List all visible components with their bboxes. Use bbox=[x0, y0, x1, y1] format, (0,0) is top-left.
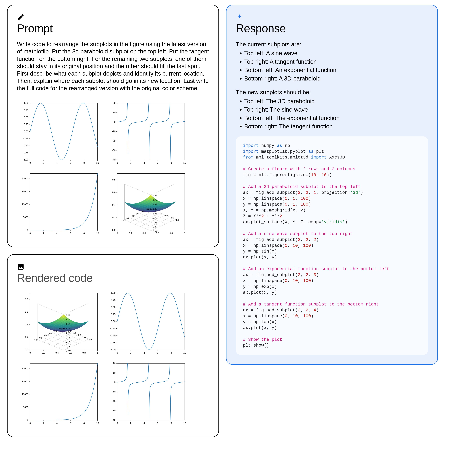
svg-text:-0.50: -0.50 bbox=[23, 144, 28, 147]
pencil-icon bbox=[17, 13, 209, 21]
svg-rect-0 bbox=[30, 103, 98, 160]
svg-text:-10: -10 bbox=[112, 130, 115, 133]
svg-text:-0.50: -0.50 bbox=[110, 334, 115, 337]
prompt-chart-paraboloid: 00.20.40.60.810.00.20.40.60.80.00.20.40.… bbox=[104, 171, 188, 237]
list-item: Top right: A tangent function bbox=[244, 58, 428, 66]
svg-text:1.00: 1.00 bbox=[153, 212, 157, 214]
svg-text:-0.75: -0.75 bbox=[110, 341, 115, 344]
response-new-list: Top left: The 3D paraboloidTop right: Th… bbox=[236, 97, 428, 131]
svg-text:-30: -30 bbox=[112, 409, 115, 412]
response-title: Response bbox=[236, 22, 428, 35]
svg-text:-40: -40 bbox=[112, 159, 115, 161]
svg-text:-40: -40 bbox=[112, 419, 115, 421]
svg-text:8: 8 bbox=[83, 162, 85, 164]
rendered-chart-exp: 024681005000100001500020000 bbox=[17, 360, 100, 427]
svg-text:0.2: 0.2 bbox=[42, 351, 45, 354]
svg-text:1.00: 1.00 bbox=[111, 292, 115, 294]
svg-text:0.75: 0.75 bbox=[153, 217, 157, 219]
svg-text:0.8: 0.8 bbox=[112, 178, 115, 181]
rendered-title: Rendered code bbox=[17, 272, 209, 284]
svg-text:0.8: 0.8 bbox=[25, 298, 28, 301]
svg-text:15000: 15000 bbox=[22, 190, 28, 193]
svg-text:0.0: 0.0 bbox=[146, 208, 149, 210]
svg-text:0.4: 0.4 bbox=[55, 351, 59, 354]
svg-text:0.2: 0.2 bbox=[129, 232, 132, 235]
svg-text:-1.00: -1.00 bbox=[23, 159, 28, 161]
svg-text:0.2: 0.2 bbox=[155, 210, 158, 212]
svg-text:20000: 20000 bbox=[22, 367, 28, 370]
svg-text:1: 1 bbox=[184, 232, 185, 235]
svg-text:0.8: 0.8 bbox=[83, 336, 86, 338]
svg-text:1.50: 1.50 bbox=[153, 203, 157, 205]
svg-text:2.00: 2.00 bbox=[153, 194, 157, 197]
prompt-chart-exp: 024681005000100001500020000 bbox=[17, 171, 100, 237]
svg-text:0.25: 0.25 bbox=[111, 313, 115, 316]
svg-text:0.00: 0.00 bbox=[111, 320, 115, 323]
svg-text:-30: -30 bbox=[112, 149, 115, 152]
svg-text:1.0: 1.0 bbox=[89, 338, 92, 341]
list-item: Top right: The sine wave bbox=[244, 106, 428, 114]
svg-text:10000: 10000 bbox=[22, 203, 28, 205]
svg-text:0.8: 0.8 bbox=[126, 217, 129, 219]
response-current-heading: The current subplots are: bbox=[236, 40, 428, 48]
svg-text:0.0: 0.0 bbox=[112, 229, 115, 231]
svg-text:0.6: 0.6 bbox=[44, 334, 47, 337]
svg-text:0.25: 0.25 bbox=[153, 226, 157, 228]
svg-text:0.50: 0.50 bbox=[24, 116, 28, 119]
rendered-panel: Rendered code 00.20.40.60.810.00.20.40.6… bbox=[7, 254, 219, 437]
svg-text:0.4: 0.4 bbox=[73, 332, 76, 334]
svg-text:0.0: 0.0 bbox=[62, 327, 66, 330]
svg-text:8: 8 bbox=[170, 351, 172, 354]
svg-text:2.00: 2.00 bbox=[66, 314, 70, 316]
prompt-body: Write code to rearrange the subplots in … bbox=[17, 40, 209, 92]
rendered-chart-paraboloid: 00.20.40.60.810.00.20.40.60.80.00.20.40.… bbox=[17, 290, 100, 357]
prompt-chart-sine: 0246810-1.00-0.75-0.50-0.250.000.250.500… bbox=[17, 100, 100, 167]
rendered-chart-sine: 0246810-1.00-0.75-0.50-0.250.000.250.500… bbox=[104, 290, 188, 357]
svg-text:-0.25: -0.25 bbox=[23, 137, 28, 140]
svg-text:0.2: 0.2 bbox=[141, 210, 144, 213]
svg-text:0.0: 0.0 bbox=[150, 208, 153, 210]
svg-text:8: 8 bbox=[83, 422, 85, 424]
svg-text:10: 10 bbox=[183, 162, 186, 164]
svg-text:8: 8 bbox=[170, 422, 172, 424]
svg-text:10: 10 bbox=[96, 422, 99, 424]
svg-text:0.8: 0.8 bbox=[39, 337, 42, 339]
svg-text:0.50: 0.50 bbox=[111, 306, 115, 308]
svg-text:0.6: 0.6 bbox=[165, 214, 168, 217]
svg-text:0.0: 0.0 bbox=[60, 328, 62, 330]
svg-text:4: 4 bbox=[144, 351, 145, 354]
response-code-block: import numpy as np import matplotlib.pyp… bbox=[236, 136, 428, 355]
svg-text:0.6: 0.6 bbox=[132, 215, 134, 217]
svg-text:4: 4 bbox=[144, 162, 145, 164]
svg-text:1.00: 1.00 bbox=[66, 332, 70, 334]
list-item: Top left: The 3D paraboloid bbox=[244, 97, 428, 105]
svg-text:10: 10 bbox=[183, 422, 186, 424]
svg-text:0.25: 0.25 bbox=[66, 345, 70, 347]
svg-text:15000: 15000 bbox=[22, 380, 28, 383]
svg-text:6: 6 bbox=[70, 162, 71, 164]
svg-text:0.75: 0.75 bbox=[111, 299, 115, 301]
svg-text:1.0: 1.0 bbox=[176, 219, 179, 221]
svg-text:10: 10 bbox=[183, 351, 186, 354]
response-current-list: Top left: A sine waveTop right: A tangen… bbox=[236, 49, 428, 82]
svg-text:-0.25: -0.25 bbox=[110, 327, 115, 330]
svg-text:20: 20 bbox=[113, 102, 116, 104]
svg-text:6: 6 bbox=[157, 422, 158, 424]
svg-text:0: 0 bbox=[27, 419, 28, 421]
svg-text:1.0: 1.0 bbox=[34, 339, 37, 341]
svg-text:0.75: 0.75 bbox=[66, 336, 70, 338]
svg-text:0.2: 0.2 bbox=[68, 330, 71, 332]
svg-text:1.75: 1.75 bbox=[153, 199, 157, 201]
svg-text:0.50: 0.50 bbox=[153, 221, 157, 223]
svg-text:10: 10 bbox=[96, 232, 99, 235]
svg-text:0.2: 0.2 bbox=[25, 336, 28, 338]
svg-text:0.00: 0.00 bbox=[153, 230, 157, 232]
svg-text:2: 2 bbox=[130, 351, 131, 354]
svg-text:0: 0 bbox=[29, 162, 31, 164]
svg-text:1.75: 1.75 bbox=[66, 318, 70, 321]
list-item: Bottom left: An exponential function bbox=[244, 66, 428, 74]
svg-rect-592 bbox=[30, 364, 98, 420]
svg-text:0.2: 0.2 bbox=[54, 330, 57, 332]
svg-text:0.6: 0.6 bbox=[25, 311, 28, 313]
svg-text:-10: -10 bbox=[112, 390, 115, 393]
